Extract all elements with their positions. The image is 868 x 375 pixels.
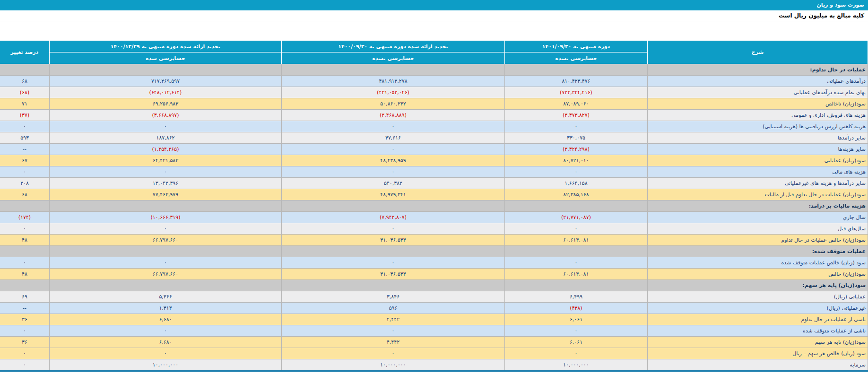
value-current-period — [505, 280, 648, 291]
value-change-percent: ۴۸ — [0, 235, 50, 246]
value-current-period: ۰ — [505, 223, 648, 235]
table-row: سود(زیان) خالص۶۰,۶۱۴,۰۸۱۴۱,۰۳۶,۵۳۴۶۶,۷۹۷… — [0, 269, 868, 280]
value-change-percent — [0, 64, 50, 76]
row-label: سود(زیان) پایه هر سهم — [648, 337, 868, 348]
value-restated-year: ۵,۳۶۶ — [50, 291, 282, 303]
table-row: ناشی از عملیات در حال تداوم۶,۰۶۱۴,۴۴۲۶,۶… — [0, 314, 868, 325]
subheader-audited-year: حسابرسی شده — [50, 52, 282, 64]
table-row: سود(زیان) پایه هر سهم۶,۰۶۱۴,۴۴۲۶,۶۸۰۳۶ — [0, 337, 868, 348]
value-restated-year: ۶,۶۸۰ — [50, 337, 282, 348]
value-change-percent: ۶۹ — [0, 291, 50, 303]
value-restated-year: ۰ — [50, 348, 282, 359]
value-change-percent: ۴۸ — [0, 269, 50, 280]
value-change-percent: ۳۶ — [0, 337, 50, 348]
value-restated-quarter: ۳,۸۴۶ — [282, 291, 505, 303]
value-change-percent — [0, 280, 50, 291]
table-row: سود(زیان) خالص عملیات در حال تداوم۶۰,۶۱۴… — [0, 235, 868, 246]
row-label: سال جاري — [648, 212, 868, 223]
value-change-percent: (۶۸) — [0, 87, 50, 98]
value-restated-year: ۶,۶۸۰ — [50, 314, 282, 325]
value-current-period: ۸۱۰,۴۲۳,۴۷۶ — [505, 76, 648, 87]
value-restated-year: ۱۰,۰۰۰,۰۰۰ — [50, 359, 282, 371]
value-current-period: ۰ — [505, 348, 648, 359]
row-label: سود(زیان) خالص — [648, 269, 868, 280]
value-current-period — [505, 246, 648, 257]
value-change-percent: ۰ — [0, 325, 50, 337]
value-current-period: ۶۰,۶۱۴,۰۸۱ — [505, 235, 648, 246]
value-restated-year: (۳,۶۶۸,۸۹۷) — [50, 110, 282, 121]
value-restated-year: ۰ — [50, 121, 282, 132]
value-current-period: ۰ — [505, 166, 648, 178]
row-label: هزینه کاهش ارزش دریافتنی ها (هزینه استثن… — [648, 121, 868, 132]
subheader-unaudited-quarter: حسابرسی نشده — [282, 52, 505, 64]
value-current-period: ۸۷,۰۸۹,۰۶۰ — [505, 98, 648, 110]
table-row: سال جاري(۲۱,۷۷۱,۰۸۷)(۷,۹۴۲,۸۰۷)(۱۰,۶۶۶,۳… — [0, 212, 868, 223]
value-restated-quarter: ۴۷,۶۱۶ — [282, 132, 505, 144]
table-row: بهای تمام شده درآمدهای عملیاتی(۷۲۳,۳۳۴,۴… — [0, 87, 868, 98]
table-row: درآمدهاي عملیاتی۸۱۰,۴۲۳,۴۷۶۴۸۱,۹۱۲,۲۷۸۷۱… — [0, 76, 868, 87]
row-label: هزینه های فروش، اداری و عمومی — [648, 110, 868, 121]
value-restated-quarter: ۴,۴۴۲ — [282, 337, 505, 348]
value-current-period: (۳,۳۷۳,۸۲۷) — [505, 110, 648, 121]
value-change-percent: ۷۱ — [0, 98, 50, 110]
value-current-period: (۲۱,۷۷۱,۰۸۷) — [505, 212, 648, 223]
value-restated-quarter — [282, 280, 505, 291]
income-statement-tbody: عملیات در حال تداوم:درآمدهاي عملیاتی۸۱۰,… — [0, 64, 868, 371]
value-restated-quarter: ۰ — [282, 166, 505, 178]
header-period-restated-quarter: تجدید ارائه شده دوره منتهی به ۱۴۰۰/۰۹/۳۰ — [282, 41, 505, 52]
value-change-percent: (۳۷) — [0, 110, 50, 121]
value-restated-quarter: ۰ — [282, 121, 505, 132]
table-row: سود (زیان) خالص عملیات متوقف شده۰۰۰۰ — [0, 257, 868, 269]
value-change-percent: ۰ — [0, 121, 50, 132]
section-row: عملیات متوقف شده: — [0, 246, 868, 257]
value-current-period — [505, 201, 648, 212]
value-restated-year: ۶۴,۴۲۱,۵۸۳ — [50, 155, 282, 166]
row-label: سایر درآمدها — [648, 132, 868, 144]
row-label: عملیات در حال تداوم: — [648, 64, 868, 76]
value-restated-year: ۰ — [50, 166, 282, 178]
row-label: عملیات متوقف شده: — [648, 246, 868, 257]
value-change-percent: (۱۷۴) — [0, 212, 50, 223]
table-row: ناشی از عملیات متوقف شده۰۰۰۰ — [0, 325, 868, 337]
value-current-period: ۸۰,۷۲۱,۰۱۰ — [505, 155, 648, 166]
value-current-period: ۶,۰۶۱ — [505, 337, 648, 348]
value-current-period: ۰ — [505, 257, 648, 269]
table-row: سایر درآمدها و هزینه های غیرعملیاتی۱,۶۶۴… — [0, 178, 868, 189]
value-current-period: (۴۳۸) — [505, 303, 648, 314]
value-current-period: ۶,۰۶۱ — [505, 314, 648, 325]
income-statement-table: شرح دوره منتهی به ۱۴۰۱/۰۹/۳۰ تجدید ارائه… — [0, 40, 868, 372]
value-current-period: ۱,۶۶۴,۱۵۸ — [505, 178, 648, 189]
value-restated-quarter — [282, 64, 505, 76]
value-restated-year — [50, 201, 282, 212]
value-current-period: ۰ — [505, 121, 648, 132]
table-header: شرح دوره منتهی به ۱۴۰۱/۰۹/۳۰ تجدید ارائه… — [0, 41, 868, 64]
value-change-percent: -- — [0, 144, 50, 155]
value-current-period: ۶۰,۶۱۴,۰۸۱ — [505, 269, 648, 280]
row-label: سود(زیان) خالص عملیات در حال تداوم — [648, 235, 868, 246]
row-label: سود (زیان) خالص هر سهم – ریال — [648, 348, 868, 359]
value-current-period: ۳۳۰,۰۷۵ — [505, 132, 648, 144]
value-restated-year: (۱۰,۶۶۶,۳۱۹) — [50, 212, 282, 223]
row-label: غیرعملیاتی (ریال) — [648, 303, 868, 314]
section-row: هزینه مالیات بر درآمد: — [0, 201, 868, 212]
value-change-percent: ۵۹۳ — [0, 132, 50, 144]
value-restated-year: ۷۷,۴۶۳,۹۷۹ — [50, 189, 282, 201]
value-restated-quarter: ۴۸,۹۷۹,۳۴۱ — [282, 189, 505, 201]
value-restated-year: (۶۴۸,۰۱۲,۶۱۴) — [50, 87, 282, 98]
row-label: درآمدهاي عملیاتی — [648, 76, 868, 87]
value-change-percent — [0, 246, 50, 257]
value-current-period: ۰ — [505, 325, 648, 337]
value-restated-year: ۷۱۷,۲۶۹,۵۹۷ — [50, 76, 282, 87]
value-restated-quarter: ۵۴۰,۳۸۲ — [282, 178, 505, 189]
value-restated-quarter: ۰ — [282, 348, 505, 359]
table-row: هزینه های مالی۰۰۰۰ — [0, 166, 868, 178]
row-label: سایر درآمدها و هزینه های غیرعملیاتی — [648, 178, 868, 189]
value-restated-year: (۱,۳۵۴,۳۶۵) — [50, 144, 282, 155]
table-row: سود(زیان) عملیاتی۸۰,۷۲۱,۰۱۰۴۸,۴۳۸,۹۵۹۶۴,… — [0, 155, 868, 166]
row-label: ناشی از عملیات در حال تداوم — [648, 314, 868, 325]
row-label: سود(زیان) عملیاتی — [648, 155, 868, 166]
subheader-unaudited-current: حسابرسی نشده — [505, 52, 648, 64]
value-restated-quarter: ۴۱,۰۳۶,۵۳۴ — [282, 235, 505, 246]
value-current-period: ۱۰,۰۰۰,۰۰۰ — [505, 359, 648, 371]
value-change-percent: ۶۷ — [0, 155, 50, 166]
